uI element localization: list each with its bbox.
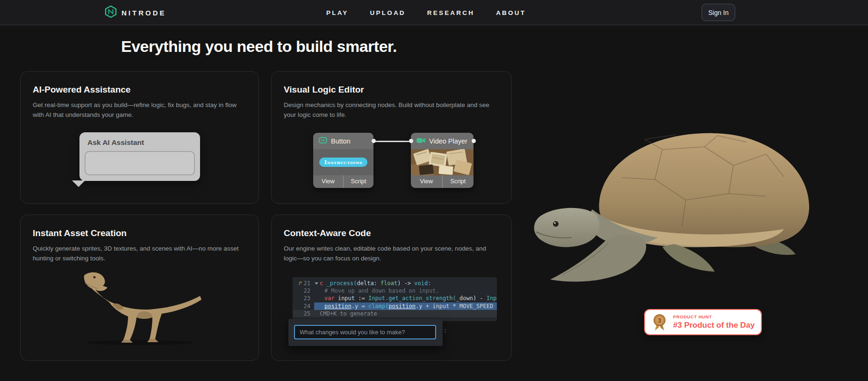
tab-script[interactable]: Script (343, 175, 373, 188)
tab-view[interactable]: View (411, 175, 442, 188)
button-node-footer: View Script (313, 175, 373, 188)
code-overflow-char: : (444, 327, 447, 334)
turtle-image (522, 121, 821, 284)
product-hunt-kicker: PRODUCT HUNT (673, 314, 755, 319)
video-node-header: Video Player (411, 133, 473, 149)
card-title: AI-Powered Assistance (33, 85, 130, 95)
nitrode-logo-icon (105, 5, 117, 20)
connector-dot[interactable] (372, 139, 376, 143)
ai-assistant-title: Ask AI Assistant (87, 138, 144, 147)
svg-text:3: 3 (658, 317, 661, 324)
node-title: Video Player (429, 137, 467, 145)
tab-script[interactable]: Script (442, 175, 474, 188)
code-lines: ↱21c _process(delta: float) -> void:22# … (293, 280, 497, 317)
video-node-footer: View Script (411, 175, 473, 188)
product-hunt-text: PRODUCT HUNT #3 Product of the Day (673, 314, 755, 330)
connector-dot[interactable] (472, 139, 476, 143)
code-line: 25CMD+K to generate (293, 310, 497, 317)
ai-assistant-tooltip: Ask AI Assistant (79, 132, 200, 181)
instructions-button[interactable]: Instructions (319, 158, 367, 167)
nav-link-play[interactable]: PLAY (326, 9, 349, 16)
card-description: Design mechanics by connecting nodes. Bu… (284, 101, 494, 120)
return-arrow-icon: ↱ (299, 280, 302, 287)
connector-dot[interactable] (409, 139, 413, 143)
nav-link-about[interactable]: ABOUT (496, 9, 526, 16)
page: NITRODE PLAY UPLOAD RESEARCH ABOUT Sign … (0, 0, 868, 381)
button-node[interactable]: Button Instructions View Script (313, 133, 373, 188)
ai-assistant-input[interactable] (85, 151, 195, 175)
node-connection-edge (373, 141, 411, 142)
nav-links: PLAY UPLOAD RESEARCH ABOUT (326, 0, 526, 25)
top-nav: NITRODE PLAY UPLOAD RESEARCH ABOUT Sign … (0, 0, 868, 25)
card-title: Instant Asset Creation (33, 228, 127, 238)
fold-chevron-icon[interactable] (315, 282, 318, 285)
brand[interactable]: NITRODE (105, 0, 166, 25)
code-line: 22# Move up and down based on input. (293, 287, 497, 295)
card-context-code: Context-Aware Code Our engine writes cle… (271, 215, 512, 361)
product-hunt-award: #3 Product of the Day (673, 321, 755, 330)
medal-icon: 3 (653, 314, 667, 332)
code-line: 23var input := Input.get_action_strength… (293, 295, 497, 302)
nav-link-research[interactable]: RESEARCH (427, 9, 474, 16)
video-player-node[interactable]: Video Player View Script (411, 133, 473, 188)
ai-prompt-input[interactable] (294, 325, 436, 339)
card-title: Visual Logic Editor (284, 85, 364, 95)
brand-name: NITRODE (122, 9, 166, 17)
trex-image (70, 269, 206, 346)
code-editor: ↱21c _process(delta: float) -> void:22# … (293, 277, 497, 321)
ai-prompt-panel (288, 319, 443, 346)
button-node-header: Button (313, 133, 373, 149)
card-logic-editor: Visual Logic Editor Design mechanics by … (271, 71, 512, 204)
card-ai-assistance: AI-Powered Assistance Get real-time supp… (20, 71, 259, 204)
tab-view[interactable]: View (313, 175, 343, 188)
nav-link-upload[interactable]: UPLOAD (370, 9, 406, 16)
button-node-body: Instructions (313, 149, 373, 175)
card-description: Get real-time support as you build—refin… (33, 101, 247, 120)
code-line: 24position.y = clamp(position.y + input … (293, 302, 497, 310)
page-title: Everything you need to build smarter. (121, 37, 397, 56)
code-line: ↱21c _process(delta: float) -> void: (293, 280, 497, 287)
card-title: Context-Aware Code (284, 228, 371, 238)
sign-in-button[interactable]: Sign In (702, 4, 735, 21)
button-icon (319, 137, 327, 145)
video-thumbnail (411, 149, 473, 175)
tooltip-arrow (72, 180, 85, 187)
video-camera-icon (416, 137, 425, 145)
card-description: Our engine writes clean, editable code b… (284, 244, 498, 264)
node-title: Button (331, 137, 351, 145)
card-description: Quickly generate sprites, 3D textures, a… (33, 244, 247, 264)
product-hunt-badge[interactable]: 3 PRODUCT HUNT #3 Product of the Day (644, 309, 762, 335)
card-asset-creation: Instant Asset Creation Quickly generate … (20, 215, 259, 361)
